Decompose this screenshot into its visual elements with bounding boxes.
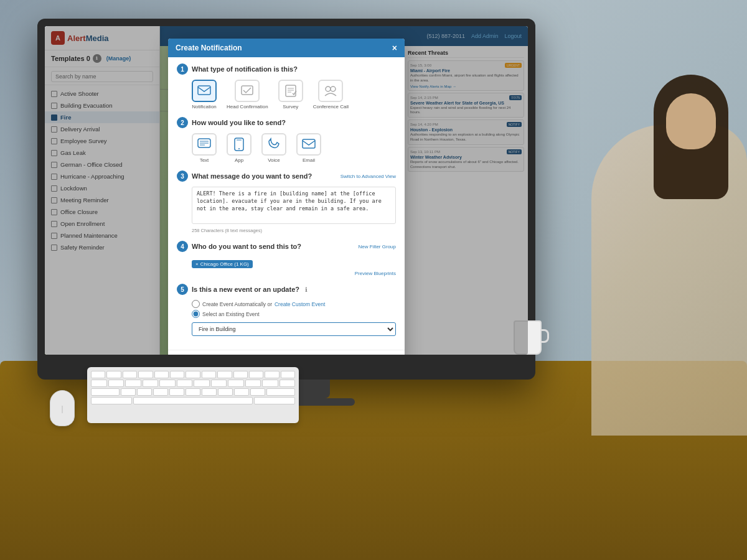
- step-5: 5 Is this a new event or an update? ℹ Cr…: [177, 284, 396, 336]
- send-email[interactable]: Email: [296, 133, 321, 163]
- step-5-number: 5: [177, 284, 188, 295]
- svg-point-23: [238, 148, 240, 149]
- key: [91, 397, 132, 404]
- key: [177, 380, 193, 387]
- send-text-label: Text: [200, 157, 209, 163]
- key: [121, 388, 136, 396]
- key: [170, 371, 184, 378]
- step-5-info-icon: ℹ: [305, 286, 308, 293]
- key: [108, 380, 125, 387]
- key: [217, 371, 232, 378]
- step-1: 1 What type of notification is this?: [177, 63, 396, 110]
- mug-handle: [540, 329, 549, 343]
- create-notification-modal: Create Notification × 1 What type of not…: [168, 39, 405, 355]
- keyboard: [87, 367, 299, 423]
- mouse: [50, 390, 75, 426]
- radio-select-existing[interactable]: [192, 310, 200, 318]
- mouse-divider: [62, 406, 63, 413]
- step-4-number: 4: [177, 241, 188, 252]
- key: [228, 380, 244, 387]
- head-confirmation-label: Head Confirmation: [227, 104, 268, 110]
- send-email-icon: [296, 133, 321, 156]
- radio-create-auto[interactable]: [192, 300, 200, 308]
- notification-type-options: Notification Head Conf: [177, 80, 396, 110]
- step-4-title: Who do you want to send this to?: [192, 243, 301, 250]
- key: [281, 371, 295, 378]
- send-app-label: App: [235, 157, 243, 163]
- advanced-view-link[interactable]: Switch to Advanced View: [341, 174, 396, 179]
- keyboard-area: [87, 367, 299, 423]
- recipient-tag: × Chicago Office (1 KG): [192, 260, 253, 268]
- recipient-tag-close[interactable]: ×: [195, 261, 199, 267]
- modal-overlay: Create Notification × 1 What type of not…: [45, 26, 528, 355]
- svg-point-16: [326, 86, 331, 91]
- type-conference-call[interactable]: Conference Call: [313, 80, 349, 110]
- key: [202, 371, 216, 378]
- type-head-confirmation[interactable]: Head Confirmation: [227, 80, 268, 110]
- conference-call-icon: [318, 80, 343, 102]
- svg-rect-10: [198, 86, 210, 95]
- notification-label: Notification: [192, 104, 217, 110]
- key: [143, 380, 159, 387]
- step-1-number: 1: [177, 63, 188, 75]
- preview-blueprints-link[interactable]: Preview Blueprints: [192, 271, 396, 276]
- step-3-number: 3: [177, 170, 188, 182]
- key: [262, 380, 278, 387]
- key: [245, 380, 261, 387]
- key: [211, 380, 227, 387]
- step-2-number: 2: [177, 117, 188, 128]
- key: [137, 388, 152, 396]
- head-confirmation-icon: [235, 80, 260, 102]
- mouse-area: [50, 390, 75, 426]
- key: [265, 371, 279, 378]
- svg-rect-25: [303, 139, 315, 148]
- send-text[interactable]: Text: [192, 133, 217, 163]
- modal-title: Create Notification: [176, 44, 242, 52]
- new-filter-group-link[interactable]: New Filter Group: [359, 244, 396, 250]
- key: [91, 388, 120, 396]
- svg-rect-11: [242, 86, 253, 95]
- key: [125, 380, 141, 387]
- key: [186, 388, 200, 396]
- key: [169, 388, 184, 396]
- type-notification[interactable]: Notification: [192, 80, 217, 110]
- key: [91, 371, 105, 378]
- message-area: ALERT! There is a fire in [building name…: [177, 187, 396, 233]
- step-3-title: What message do you want to send?: [192, 172, 312, 180]
- send-email-label: Email: [303, 157, 315, 163]
- key: [91, 380, 107, 387]
- key: [280, 380, 296, 387]
- key: [250, 388, 265, 396]
- type-survey[interactable]: Survey: [278, 80, 303, 110]
- step-3: 3 What message do you want to send? Swit…: [177, 170, 396, 233]
- step-5-title: Is this a new event or an update?: [192, 286, 299, 293]
- key: [202, 388, 217, 396]
- step-4: 4 Who do you want to send this to? New F…: [177, 241, 396, 276]
- svg-point-17: [331, 86, 336, 91]
- radio-select-existing-label: Select an Existing Event: [202, 311, 260, 317]
- modal-header: Create Notification ×: [168, 39, 405, 57]
- event-select[interactable]: Fire in Building: [192, 322, 396, 336]
- key: [218, 388, 233, 396]
- message-textarea[interactable]: ALERT! There is a fire in [building name…: [192, 187, 396, 224]
- recipient-tag-label: Chicago Office (1 KG): [200, 261, 249, 267]
- send-app-icon: [227, 133, 251, 156]
- key: [234, 388, 249, 396]
- send-app[interactable]: App: [227, 133, 251, 163]
- key: [194, 380, 210, 387]
- create-custom-event-link[interactable]: Create Custom Event: [275, 301, 325, 307]
- recipients-area: × Chicago Office (1 KG) Preview Blueprin…: [177, 257, 396, 276]
- spacebar-key: [133, 397, 253, 404]
- key: [266, 388, 295, 396]
- send-voice-icon: [261, 133, 286, 156]
- modal-footer: Preview and Send Test Schedule Send Now: [168, 350, 405, 355]
- send-text-icon: [192, 133, 217, 156]
- event-area: Create Event Automatically or Create Cus…: [177, 300, 396, 336]
- modal-body: 1 What type of notification is this?: [168, 57, 405, 350]
- survey-label: Survey: [283, 104, 298, 110]
- key: [159, 380, 176, 387]
- send-voice[interactable]: Voice: [261, 133, 286, 163]
- step-1-title: What type of notification is this?: [192, 65, 298, 73]
- close-button[interactable]: ×: [392, 44, 397, 52]
- person-silhouette: [560, 62, 747, 436]
